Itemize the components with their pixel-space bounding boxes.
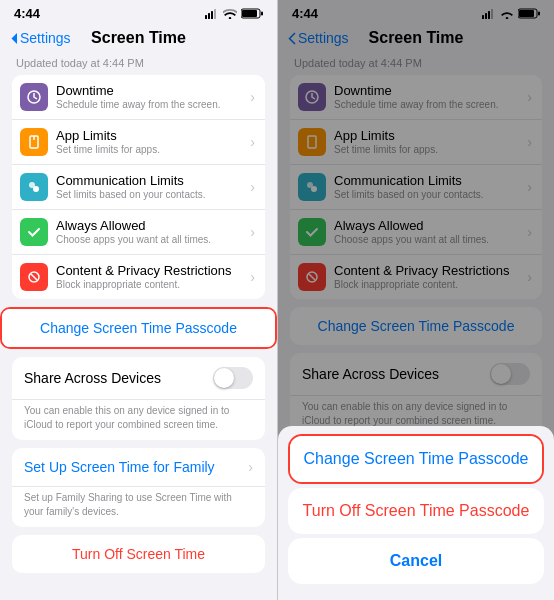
allowed-subtitle: Choose apps you want at all times. <box>56 233 246 246</box>
comm-chevron: › <box>250 179 255 195</box>
applimits-svg <box>26 134 42 150</box>
content-icon <box>20 263 48 291</box>
left-family-container: Set Up Screen Time for Family › Set up F… <box>12 448 265 527</box>
comm-svg <box>26 179 42 195</box>
left-family-chevron: › <box>248 459 253 475</box>
left-applimits-item[interactable]: App Limits Set time limits for apps. › <box>12 120 265 165</box>
left-family-label: Set Up Screen Time for Family <box>24 459 215 475</box>
right-modal-overlay[interactable]: Change Screen Time Passcode Turn Off Scr… <box>278 0 554 600</box>
left-content-item[interactable]: Content & Privacy Restrictions Block ina… <box>12 255 265 299</box>
downtime-title: Downtime <box>56 83 246 98</box>
right-action-turnoff-label: Turn Off Screen Time Passcode <box>303 502 530 520</box>
content-title: Content & Privacy Restrictions <box>56 263 246 278</box>
downtime-icon <box>20 83 48 111</box>
allowed-text: Always Allowed Choose apps you want at a… <box>56 218 246 246</box>
left-turnoff-label: Turn Off Screen Time <box>72 546 205 562</box>
right-action-sheet: Change Screen Time Passcode Turn Off Scr… <box>278 426 554 600</box>
right-action-change-label: Change Screen Time Passcode <box>303 450 528 468</box>
wifi-icon <box>223 9 237 19</box>
left-downtime-item[interactable]: Downtime Schedule time away from the scr… <box>12 75 265 120</box>
right-action-turnoff-group: Turn Off Screen Time Passcode <box>288 488 544 534</box>
svg-rect-2 <box>211 11 213 19</box>
downtime-svg <box>26 89 42 105</box>
left-share-toggle[interactable] <box>213 367 253 389</box>
left-family-desc-box: Set up Family Sharing to use Screen Time… <box>12 487 265 527</box>
right-action-cancel-btn[interactable]: Cancel <box>288 538 544 584</box>
svg-rect-3 <box>214 9 216 19</box>
applimits-subtitle: Set time limits for apps. <box>56 143 246 156</box>
left-family-desc: Set up Family Sharing to use Screen Time… <box>24 491 253 519</box>
applimits-title: App Limits <box>56 128 246 143</box>
left-back-label: Settings <box>20 30 71 46</box>
content-chevron: › <box>250 269 255 285</box>
allowed-svg <box>26 224 42 240</box>
left-menu-group: Downtime Schedule time away from the scr… <box>12 75 265 299</box>
content-text: Content & Privacy Restrictions Block ina… <box>56 263 246 291</box>
signal-icon <box>205 9 219 19</box>
svg-line-13 <box>31 274 37 280</box>
allowed-chevron: › <box>250 224 255 240</box>
left-passcode-highlight: Change Screen Time Passcode <box>0 307 277 349</box>
applimits-chevron: › <box>250 134 255 150</box>
left-status-time: 4:44 <box>14 6 40 21</box>
left-share-desc: You can enable this on any device signed… <box>24 404 253 432</box>
svg-point-11 <box>33 186 39 192</box>
allowed-icon <box>20 218 48 246</box>
left-turnoff-group: Turn Off Screen Time <box>12 535 265 573</box>
content-subtitle: Block inappropriate content. <box>56 278 246 291</box>
downtime-subtitle: Schedule time away from the screen. <box>56 98 246 111</box>
left-updated-text: Updated today at 4:44 PM <box>0 53 277 75</box>
left-share-desc-box: You can enable this on any device signed… <box>12 400 265 440</box>
applimits-icon <box>20 128 48 156</box>
left-nav-title: Screen Time <box>91 29 186 47</box>
svg-rect-6 <box>261 12 263 16</box>
right-action-change-highlight: Change Screen Time Passcode <box>288 434 544 484</box>
content-svg <box>26 269 42 285</box>
left-allowed-item[interactable]: Always Allowed Choose apps you want at a… <box>12 210 265 255</box>
right-action-turnoff-btn[interactable]: Turn Off Screen Time Passcode <box>288 488 544 534</box>
svg-rect-5 <box>242 10 257 17</box>
comm-title: Communication Limits <box>56 173 246 188</box>
comm-subtitle: Set limits based on your contacts. <box>56 188 246 201</box>
left-status-bar: 4:44 <box>0 0 277 25</box>
downtime-text: Downtime Schedule time away from the scr… <box>56 83 246 111</box>
left-family-btn[interactable]: Set Up Screen Time for Family › <box>12 448 265 487</box>
left-status-icons <box>205 8 263 19</box>
left-share-item[interactable]: Share Across Devices <box>12 357 265 400</box>
comm-text: Communication Limits Set limits based on… <box>56 173 246 201</box>
left-share-container: Share Across Devices You can enable this… <box>12 357 265 440</box>
comm-icon <box>20 173 48 201</box>
right-action-cancel-label: Cancel <box>390 552 442 570</box>
allowed-title: Always Allowed <box>56 218 246 233</box>
applimits-text: App Limits Set time limits for apps. <box>56 128 246 156</box>
svg-rect-1 <box>208 13 210 19</box>
battery-icon <box>241 8 263 19</box>
left-comm-item[interactable]: Communication Limits Set limits based on… <box>12 165 265 210</box>
left-share-label: Share Across Devices <box>24 370 161 386</box>
left-turnoff-btn[interactable]: Turn Off Screen Time <box>12 535 265 573</box>
right-action-change-btn[interactable]: Change Screen Time Passcode <box>290 436 542 482</box>
left-passcode-group: Change Screen Time Passcode <box>2 309 275 347</box>
left-back-button[interactable]: Settings <box>10 30 71 46</box>
downtime-chevron: › <box>250 89 255 105</box>
right-action-cancel-group: Cancel <box>288 538 544 584</box>
left-back-chevron <box>10 32 18 45</box>
left-nav-bar: Settings Screen Time <box>0 25 277 53</box>
left-change-passcode-btn[interactable]: Change Screen Time Passcode <box>2 309 275 347</box>
svg-rect-0 <box>205 15 207 19</box>
left-phone-panel: 4:44 Settings Screen Time Updated today … <box>0 0 277 600</box>
right-phone-panel: 4:44 Settings Screen Time Updated today … <box>277 0 554 600</box>
left-change-passcode-label: Change Screen Time Passcode <box>40 320 237 336</box>
